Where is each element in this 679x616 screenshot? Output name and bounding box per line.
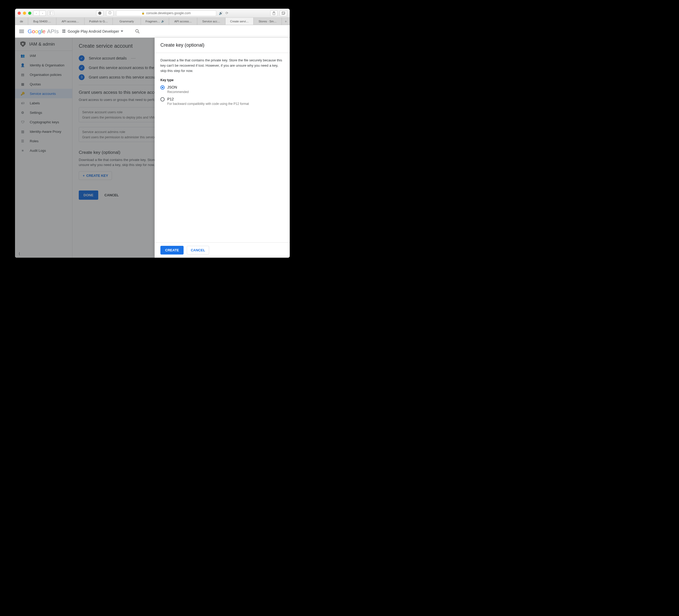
svg-point-2: [98, 11, 101, 15]
panel-cancel-button[interactable]: CANCEL: [187, 246, 209, 254]
url-text: console.developers.google.com: [146, 11, 191, 15]
panel-title: Create key (optional): [155, 38, 290, 53]
tab-api1[interactable]: API access…: [56, 18, 85, 25]
tab-de[interactable]: de: [15, 18, 28, 25]
panel-desc: Download a file that contains the privat…: [160, 58, 284, 73]
grammarly-ext-icon[interactable]: [96, 10, 103, 16]
google-apis-logo[interactable]: Google APIs: [28, 28, 59, 34]
svg-rect-0: [49, 11, 53, 15]
panel-create-button[interactable]: CREATE: [160, 246, 184, 254]
tab-api2[interactable]: API access…: [169, 18, 197, 25]
radio-label: P12: [167, 97, 249, 101]
tab-create-svc[interactable]: Create servi…: [225, 18, 254, 25]
svg-point-7: [136, 30, 138, 32]
project-name: Google Play Android Developer: [68, 29, 119, 33]
address-area: ⓘ 🔒 console.developers.google.com 🔊 ⟳: [56, 10, 268, 16]
search-area: [132, 27, 286, 35]
reload-icon[interactable]: ⟳: [225, 11, 228, 15]
back-button[interactable]: ‹: [33, 10, 39, 16]
sidebar-button[interactable]: [48, 10, 54, 16]
radio-label: JSON: [167, 85, 189, 89]
new-tab-button[interactable]: +: [282, 18, 290, 25]
menu-icon[interactable]: [19, 30, 24, 33]
panel-body: Download a file that contains the privat…: [155, 53, 290, 242]
radio-sublabel: For backward compatibility with code usi…: [167, 102, 249, 106]
page-content: Google APIs Google Play Android Develope…: [15, 25, 290, 258]
project-selector[interactable]: Google Play Android Developer: [62, 29, 123, 33]
close-window-icon[interactable]: [18, 11, 21, 15]
tabs-icon[interactable]: [280, 10, 287, 16]
google-header: Google APIs Google Play Android Develope…: [15, 25, 290, 38]
tab-bar: de Bug 59400:… API access… Publish to G……: [15, 18, 290, 25]
tab-svc-acc[interactable]: Service acc…: [197, 18, 225, 25]
traffic-lights: [18, 11, 31, 15]
chevron-down-icon: [121, 31, 123, 32]
radio-sublabel: Recommended: [167, 90, 189, 94]
radio-icon: [160, 85, 165, 90]
tab-stores[interactable]: Stores · Sm…: [254, 18, 282, 25]
audio-icon[interactable]: 🔊: [219, 11, 223, 15]
titlebar: ‹ › ⓘ 🔒 console.developers.google.com 🔊 …: [15, 9, 290, 18]
address-bar[interactable]: 🔒 console.developers.google.com: [116, 10, 216, 16]
zoom-window-icon[interactable]: [28, 11, 31, 15]
tab-fragmen[interactable]: Fragmen…🔊: [141, 18, 169, 25]
info-icon[interactable]: ⓘ: [106, 10, 114, 16]
lock-icon: 🔒: [141, 11, 144, 14]
tab-grammarly[interactable]: Grammarly: [113, 18, 141, 25]
safari-window: ‹ › ⓘ 🔒 console.developers.google.com 🔊 …: [15, 9, 290, 258]
tab-publish[interactable]: Publish to G…: [85, 18, 113, 25]
tab-bug[interactable]: Bug 59400:…: [28, 18, 56, 25]
search-icon[interactable]: [132, 27, 143, 35]
minimize-window-icon[interactable]: [23, 11, 26, 15]
svg-rect-5: [282, 12, 284, 14]
svg-line-8: [138, 32, 139, 33]
share-icon[interactable]: [270, 10, 278, 16]
body-area: IAM & admin 👥IAM 👤Identity & Organisatio…: [15, 38, 290, 258]
radio-icon: [160, 97, 165, 101]
nav-buttons: ‹ ›: [33, 10, 46, 16]
forward-button[interactable]: ›: [39, 10, 46, 16]
key-type-heading: Key type: [160, 78, 284, 82]
toolbar-right: [270, 10, 287, 16]
panel-actions: CREATE CANCEL: [155, 242, 290, 258]
create-key-panel: Create key (optional) Download a file th…: [155, 38, 290, 258]
audio-icon: 🔊: [161, 20, 164, 23]
svg-rect-6: [282, 11, 285, 14]
radio-p12[interactable]: P12 For backward compatibility with code…: [160, 95, 284, 107]
radio-json[interactable]: JSON Recommended: [160, 84, 284, 95]
